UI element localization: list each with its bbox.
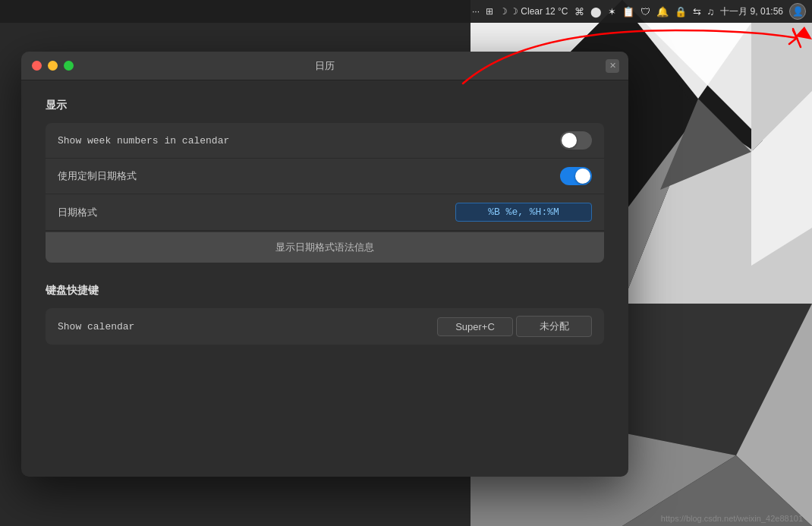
custom-date-format-knob	[575, 169, 590, 184]
display-section-body: Show week numbers in calendar 使用定制日期格式 日…	[46, 123, 604, 263]
close-button[interactable]	[32, 61, 42, 71]
shortcut-key2[interactable]: 未分配	[516, 316, 592, 337]
avatar-icon[interactable]: 👤	[789, 3, 806, 20]
clipboard-icon[interactable]: 📋	[622, 6, 634, 17]
weather-item[interactable]: ☽ ☽ Clear 12 °C	[499, 6, 568, 17]
date-format-input[interactable]	[455, 203, 592, 222]
custom-date-format-label: 使用定制日期格式	[58, 169, 137, 183]
moon-icon: ☽	[499, 6, 508, 17]
cmd-icon[interactable]: ⌘	[574, 6, 584, 17]
weather-text: ☽ Clear 12 °C	[510, 6, 568, 17]
window-controls	[32, 61, 74, 71]
bluetooth-icon[interactable]: ✶	[608, 6, 616, 17]
display-section: 显示 Show week numbers in calendar 使用定制日期格…	[46, 99, 604, 263]
circle-icon[interactable]: ⬤	[590, 6, 602, 17]
window-titlebar: 日历 ✕	[21, 52, 628, 80]
app-window: 日历 ✕ 显示 Show week numbers in calendar 使用…	[21, 52, 628, 477]
info-button-row: 显示日期格式语法信息	[46, 231, 604, 263]
lock-icon[interactable]: 🔒	[675, 6, 687, 17]
custom-date-format-row: 使用定制日期格式	[46, 159, 604, 194]
minimize-button[interactable]	[48, 61, 58, 71]
window-close-x-button[interactable]: ✕	[606, 59, 619, 73]
date-format-row: 日期格式	[46, 194, 604, 231]
music-icon[interactable]: ♫	[707, 6, 715, 17]
url-bar: https://blog.csdn.net/weixin_42e88101	[661, 514, 803, 523]
datetime-item[interactable]: 十一月 9, 01:56	[720, 5, 783, 18]
url-text: https://blog.csdn.net/weixin_42e88101	[661, 514, 803, 523]
keyboard-section-title: 键盘快捷键	[46, 284, 604, 298]
shield-icon[interactable]: 🛡	[640, 6, 650, 17]
week-numbers-knob	[562, 133, 577, 148]
maximize-button[interactable]	[64, 61, 74, 71]
custom-date-format-toggle[interactable]	[560, 167, 592, 185]
display-section-title: 显示	[46, 99, 604, 112]
week-numbers-label: Show week numbers in calendar	[58, 135, 229, 146]
dots-menu-item[interactable]: ···	[472, 6, 480, 17]
window-title: 日历	[315, 59, 335, 73]
info-button[interactable]: 显示日期格式语法信息	[46, 232, 604, 263]
show-calendar-label: Show calendar	[58, 321, 437, 332]
keyboard-section-body: Show calendar Super+C 未分配	[46, 308, 604, 345]
show-calendar-shortcut-row: Show calendar Super+C 未分配	[46, 308, 604, 345]
week-numbers-toggle[interactable]	[560, 131, 592, 150]
menubar: ··· ⊞ ☽ ☽ Clear 12 °C ⌘ ⬤ ✶ 📋 🛡 🔔 🔒 ⇆ ♫ …	[0, 0, 812, 23]
sync-icon[interactable]: ⇆	[693, 6, 701, 17]
bell-icon[interactable]: 🔔	[656, 6, 669, 17]
grid-menu-item[interactable]: ⊞	[486, 6, 493, 17]
week-numbers-row: Show week numbers in calendar	[46, 123, 604, 159]
menubar-right: ··· ⊞ ☽ ☽ Clear 12 °C ⌘ ⬤ ✶ 📋 🛡 🔔 🔒 ⇆ ♫ …	[472, 3, 806, 20]
keyboard-section: 键盘快捷键 Show calendar Super+C 未分配	[46, 284, 604, 345]
date-format-label: 日期格式	[58, 206, 97, 219]
shortcut-key1[interactable]: Super+C	[437, 317, 513, 336]
window-content: 显示 Show week numbers in calendar 使用定制日期格…	[21, 80, 628, 384]
datetime-text: 十一月 9, 01:56	[720, 5, 783, 18]
